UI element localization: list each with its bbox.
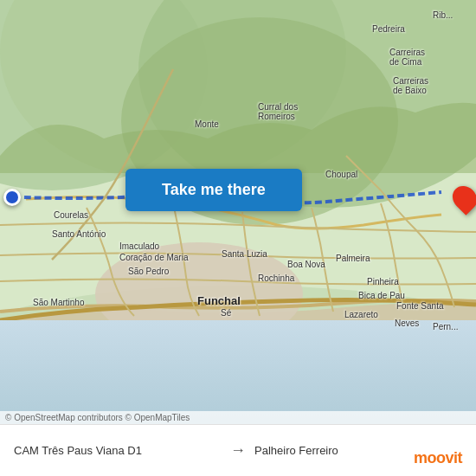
label-choupana: Choupal — [325, 170, 357, 179]
bottom-bar: CAM Três Paus Viana D1 → Palheiro Ferrei… — [0, 424, 476, 476]
label-se: Sé — [221, 308, 231, 318]
label-santa-luzia: Santa Luzia — [222, 249, 267, 259]
attribution: © OpenStreetMap contributors © OpenMapTi… — [0, 411, 476, 424]
label-monte: Monte — [195, 119, 219, 129]
label-courelas: Courelas — [54, 210, 88, 220]
label-boa-nova: Boa Nova — [287, 260, 325, 269]
end-marker — [453, 185, 476, 211]
label-rib: Rib... — [433, 10, 453, 20]
label-curral: Curral dosRomeiros — [258, 102, 298, 121]
label-fonte-santa: Fonte Santa — [396, 301, 443, 311]
label-carreiras-cima: Carreirasde Cima — [389, 48, 425, 67]
label-funchal: Funchal — [197, 294, 241, 307]
label-imaculado: ImaculadoCoração de Maria — [119, 241, 188, 263]
arrow-icon: → — [230, 441, 246, 460]
label-sao-pedro: São Pedro — [128, 267, 169, 276]
moovit-logo-text: moovit — [414, 449, 462, 467]
label-rochinha: Rochinha — [258, 273, 294, 283]
label-bica-pau: Bica de Pau — [358, 291, 405, 300]
label-pern: Pern... — [433, 322, 458, 331]
label-pedreira: Pedreira — [372, 24, 405, 34]
label-carreiras-baixo: Carreirasde Baixo — [393, 76, 428, 95]
label-santo-antonio: Santo António — [52, 229, 106, 239]
label-palmeira: Palmeira — [336, 254, 370, 263]
label-lazareto: Lazareto — [344, 310, 378, 319]
label-neves: Neves — [395, 318, 419, 328]
sea-area — [0, 320, 476, 424]
moovit-logo: moovit — [414, 449, 462, 467]
label-pinheira: Pinheira — [367, 277, 399, 286]
take-me-there-button[interactable]: Take me there — [125, 169, 302, 211]
origin-label: CAM Três Paus Viana D1 — [14, 444, 222, 457]
map-container: Pedreira Carreirasde Cima Carreirasde Ba… — [0, 0, 476, 424]
start-marker — [3, 189, 21, 206]
label-sao-martinho: São Martinho — [33, 298, 84, 307]
